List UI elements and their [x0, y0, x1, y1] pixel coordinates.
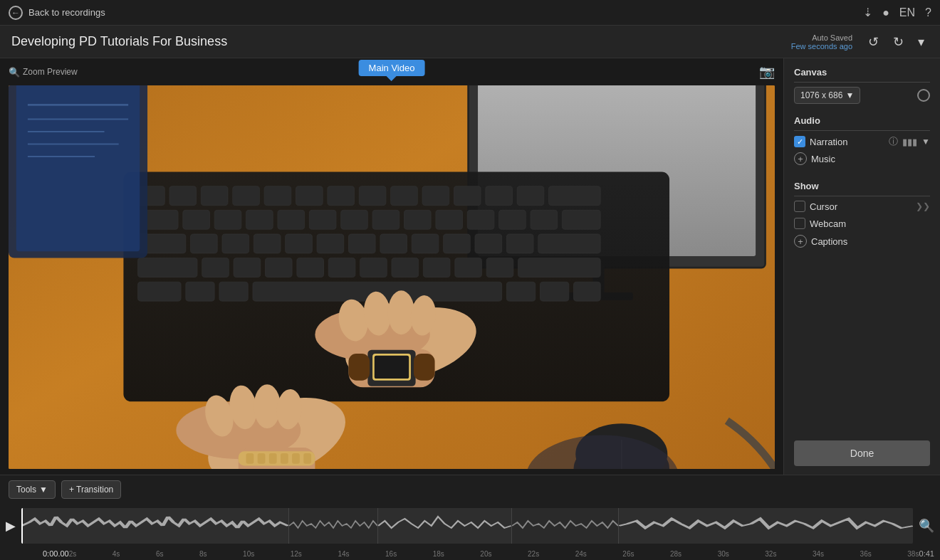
time-marker-4s: 4s: [113, 550, 120, 558]
waveform-segment-3: [378, 508, 512, 544]
canvas-title: Canvas: [794, 67, 930, 83]
cursor-expand-icon[interactable]: ❯❯: [916, 201, 930, 211]
svg-rect-57: [455, 258, 482, 278]
svg-rect-27: [341, 210, 368, 229]
top-bar-left: ← Back to recordings: [9, 6, 105, 20]
tools-button[interactable]: Tools ▼: [9, 480, 56, 499]
svg-rect-99: [303, 453, 311, 464]
svg-rect-52: [297, 258, 324, 278]
music-add-icon[interactable]: +: [794, 152, 807, 165]
done-button[interactable]: Done: [794, 440, 930, 466]
svg-rect-30: [436, 210, 463, 229]
more-options-button[interactable]: ▾: [914, 33, 929, 51]
svg-rect-51: [265, 258, 292, 278]
tools-label: Tools: [16, 485, 36, 495]
svg-rect-56: [423, 258, 450, 278]
end-time: 0:41: [919, 549, 934, 558]
svg-rect-65: [540, 282, 568, 301]
svg-rect-44: [444, 234, 471, 253]
time-marker-36s: 36s: [860, 550, 872, 558]
time-marker-18s: 18s: [433, 550, 444, 558]
svg-rect-66: [574, 282, 601, 301]
time-marker-30s: 30s: [718, 550, 729, 558]
camera-icon[interactable]: 📷: [759, 64, 775, 80]
back-label[interactable]: Back to recordings: [28, 7, 105, 18]
narration-expand-icon[interactable]: ▼: [921, 137, 930, 147]
svg-rect-22: [183, 210, 210, 229]
svg-rect-55: [392, 258, 419, 278]
download-icon[interactable]: ⇣: [863, 6, 872, 19]
svg-rect-85: [414, 354, 435, 381]
svg-rect-26: [309, 210, 336, 229]
undo-button[interactable]: ↺: [864, 33, 883, 51]
cursor-checkbox[interactable]: [794, 201, 805, 212]
svg-rect-60: [138, 282, 182, 301]
waveform-segment-1: [21, 508, 289, 544]
redo-button[interactable]: ↻: [889, 33, 908, 51]
project-title-input[interactable]: [11, 34, 367, 49]
svg-rect-19: [517, 186, 544, 206]
tooltip-box[interactable]: Main Video: [359, 60, 425, 76]
tools-dropdown-icon: ▼: [39, 485, 48, 495]
svg-rect-84: [348, 354, 370, 381]
svg-rect-98: [292, 453, 300, 464]
svg-rect-10: [233, 186, 260, 206]
svg-rect-48: [138, 258, 197, 278]
svg-rect-17: [454, 186, 481, 206]
time-marker-2s: 2s: [69, 550, 77, 558]
svg-rect-8: [169, 186, 197, 206]
lang-label[interactable]: EN: [899, 6, 915, 19]
transition-button[interactable]: + Transition: [61, 480, 121, 499]
waveform-segment-4: [512, 508, 619, 544]
captions-add-icon[interactable]: +: [794, 235, 807, 248]
time-markers: 2s 4s 6s 8s 10s 12s 14s 16s 18s 20s 22s …: [69, 550, 919, 558]
history-icon[interactable]: ●: [882, 6, 889, 19]
svg-rect-43: [412, 234, 439, 253]
time-marker-34s: 34s: [813, 550, 824, 558]
video-frame: [9, 85, 775, 469]
webcam-row: Webcam: [794, 218, 930, 229]
svg-rect-9: [201, 186, 228, 206]
canvas-size-button[interactable]: 1076 x 686 ▼: [794, 87, 860, 104]
svg-rect-34: [562, 210, 600, 229]
back-icon[interactable]: ←: [9, 6, 23, 20]
timeline-search-icon[interactable]: 🔍: [919, 518, 934, 534]
zoom-label: Zoom Preview: [23, 67, 78, 77]
scene-svg: [9, 85, 775, 469]
help-icon[interactable]: ?: [925, 6, 931, 19]
canvas-dropdown-icon: ▼: [845, 90, 854, 100]
audio-section: Audio ✓ Narration ⓘ ▮▮▮ ▼ + Music: [794, 115, 930, 169]
svg-rect-24: [246, 210, 273, 229]
svg-rect-25: [278, 210, 305, 229]
webcam-checkbox[interactable]: [794, 218, 805, 229]
time-marker-20s: 20s: [480, 550, 491, 558]
narration-checkbox[interactable]: ✓: [794, 136, 805, 147]
svg-rect-11: [264, 186, 291, 206]
timeline-bar[interactable]: [21, 508, 913, 544]
narration-info-icon[interactable]: ⓘ: [889, 135, 898, 148]
timeline-area: Tools ▼ + Transition ▶: [0, 475, 940, 560]
time-ruler: 0:00.00 2s 4s 6s 8s 10s 12s 14s 16s 18s …: [0, 547, 940, 560]
time-marker-10s: 10s: [243, 550, 254, 558]
show-section: Show Cursor ❯❯ Webcam + Captions: [794, 181, 930, 253]
canvas-circle-icon: [917, 89, 930, 102]
svg-rect-47: [538, 234, 600, 253]
top-bar-right: ⇣ ● EN ?: [863, 6, 931, 19]
svg-rect-41: [348, 234, 375, 253]
svg-rect-49: [202, 258, 229, 278]
svg-rect-42: [380, 234, 407, 253]
svg-rect-97: [281, 453, 288, 464]
title-bar-right: Auto Saved Few seconds ago ↺ ↻ ▾: [791, 33, 929, 51]
narration-levels-icon[interactable]: ▮▮▮: [902, 137, 917, 147]
svg-point-90: [254, 384, 281, 428]
auto-saved-time: Few seconds ago: [791, 42, 852, 51]
svg-rect-23: [214, 210, 241, 229]
time-marker-26s: 26s: [622, 550, 634, 558]
svg-rect-64: [506, 282, 535, 301]
time-marker-8s: 8s: [199, 550, 207, 558]
svg-rect-32: [499, 210, 526, 229]
play-button[interactable]: ▶: [6, 518, 16, 534]
svg-rect-46: [506, 234, 533, 253]
svg-rect-31: [467, 210, 494, 229]
timeline-playhead: [21, 508, 23, 544]
